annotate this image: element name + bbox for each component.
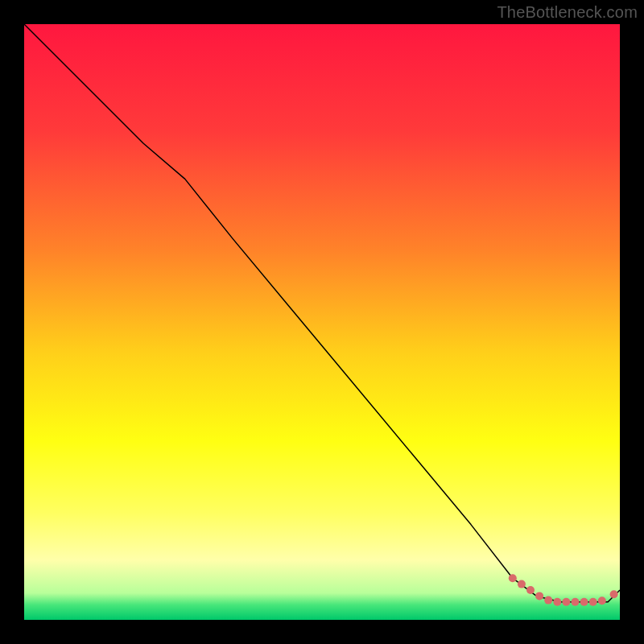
marker-dot [580,598,588,606]
marker-dot [526,586,535,594]
marker-dot [589,598,597,606]
marker-dot [518,580,526,588]
chart-stage: TheBottleneck.com [0,0,644,644]
marker-dot [535,592,543,600]
marker-dot [610,590,618,598]
marker-dot [562,598,570,606]
marker-dot [544,597,552,605]
marker-dot [553,598,561,606]
marker-dot [598,597,606,605]
marker-dot [509,574,517,582]
marker-dot [572,598,580,606]
bottleneck-chart [0,0,644,644]
watermark-text: TheBottleneck.com [497,3,638,22]
